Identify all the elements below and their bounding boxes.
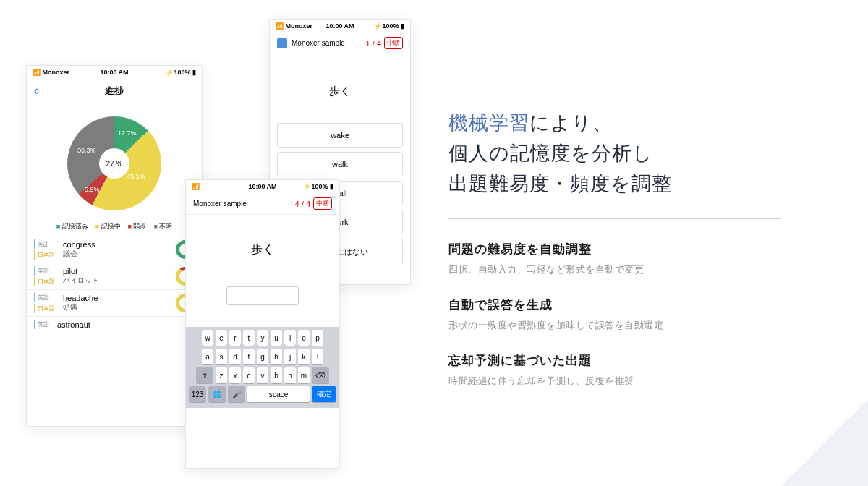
nav-bar: ‹ 進捗	[27, 79, 202, 103]
feature-item: 忘却予測に基づいた出題 時間経過に伴う忘却を予測し、反復を推奨	[448, 352, 854, 388]
feature-title: 忘却予測に基づいた出題	[448, 352, 854, 369]
pie-slice-label: 36.3%	[77, 147, 96, 154]
key-b[interactable]: b	[271, 367, 282, 383]
word-english: pilot	[63, 267, 176, 276]
tag-english: 英語	[34, 320, 51, 329]
keyboard: wertyuiop asdfghjkl ⇧zxcvbnm⌫ 123 🌐 🎤 sp…	[186, 327, 339, 408]
word-english: astronaut	[57, 320, 195, 329]
key-w[interactable]: w	[202, 330, 213, 346]
status-bar: 📶 Monoxer 10:00 AM ⚡100% ▮	[27, 66, 202, 79]
word-row[interactable]: 英語 日本語 pilot パイロット	[27, 263, 202, 289]
feature-description: 時間経過に伴う忘却を予測し、反復を推奨	[448, 375, 854, 388]
pie-slice-label: 12.7%	[118, 129, 137, 137]
word-row[interactable]: 英語 日本語 headache 頭痛	[27, 289, 202, 316]
key-k[interactable]: k	[298, 349, 310, 364]
progress-counter: 1 / 4	[366, 39, 381, 48]
status-bar: 📶 Monoxer 10:00 AM ⚡100% ▮	[270, 20, 410, 33]
key-f[interactable]: f	[243, 349, 255, 364]
tag-japanese: 日本語	[34, 304, 57, 313]
word-english: congress	[63, 240, 176, 249]
key-s[interactable]: s	[216, 349, 227, 364]
clock: 10:00 AM	[27, 69, 202, 76]
key-e[interactable]: e	[216, 330, 227, 346]
legend-memorizing: 記憶中	[95, 222, 121, 231]
key-r[interactable]: r	[229, 330, 241, 346]
app-icon	[277, 38, 287, 48]
key-space[interactable]: space	[247, 386, 310, 402]
key-x[interactable]: x	[229, 367, 241, 383]
key-d[interactable]: d	[229, 349, 241, 364]
tag-english: 英語	[34, 266, 57, 276]
clock: 10:00 AM	[270, 22, 410, 30]
progress-pie-chart: 27 % 12.7% 45.1% 5.9% 36.3%	[67, 116, 161, 210]
key-t[interactable]: t	[243, 330, 255, 346]
key-c[interactable]: c	[243, 367, 255, 383]
question-prompt: 歩く	[186, 215, 339, 286]
key-globe[interactable]: 🌐	[208, 386, 226, 402]
pie-legend: 記憶済み 記憶中 弱点 不明	[27, 216, 202, 236]
feature-title: 問題の難易度を自動調整	[448, 241, 854, 257]
divider	[448, 218, 781, 219]
corner-decoration	[781, 399, 868, 486]
key-y[interactable]: y	[257, 330, 268, 346]
key-123[interactable]: 123	[189, 386, 206, 402]
nav-bar: Monoxer sample 1 / 4 中断	[270, 33, 410, 54]
key-confirm[interactable]: 確定	[312, 386, 336, 402]
key-h[interactable]: h	[271, 349, 282, 364]
key-a[interactable]: a	[202, 349, 213, 364]
feature-title: 自動で誤答を生成	[448, 297, 854, 313]
clock: 10:00 AM	[186, 183, 339, 190]
word-row[interactable]: 英語 astronaut	[27, 316, 202, 332]
key-mic[interactable]: 🎤	[228, 386, 245, 402]
pie-center-label: 27 %	[99, 148, 129, 179]
key-n[interactable]: n	[284, 367, 296, 383]
key-o[interactable]: o	[298, 330, 310, 346]
legend-weak: 弱点	[128, 222, 147, 231]
word-row[interactable]: 英語 日本語 congress 議会	[27, 236, 202, 263]
question-prompt: 歩く	[270, 54, 410, 119]
phone-text-input: 📶 10:00 AM ⚡100% ▮ Monoxer sample 4 / 4 …	[185, 179, 340, 469]
progress-counter: 4 / 4	[295, 200, 310, 208]
nav-title: Monoxer sample	[193, 200, 247, 208]
answer-choice[interactable]: wake	[277, 123, 403, 148]
legend-unknown: 不明	[153, 222, 172, 231]
word-japanese: パイロット	[63, 276, 176, 286]
answer-choice[interactable]: walk	[277, 152, 403, 176]
key-z[interactable]: z	[216, 367, 227, 383]
key-l[interactable]: l	[312, 349, 323, 364]
feature-item: 自動で誤答を生成 形状の一致度や習熟度を加味して誤答を自動選定	[448, 297, 854, 332]
tag-japanese: 日本語	[34, 250, 57, 260]
feature-description: 四択、自動入力、写経など形式を自動で変更	[448, 263, 854, 276]
pie-slice-label: 45.1%	[127, 173, 145, 180]
feature-item: 問題の難易度を自動調整 四択、自動入力、写経など形式を自動で変更	[448, 241, 854, 276]
nav-bar: Monoxer sample 4 / 4 中断	[186, 193, 339, 215]
tag-japanese: 日本語	[34, 277, 57, 286]
feature-description: 形状の一致度や習熟度を加味して誤答を自動選定	[448, 319, 854, 332]
nav-title: Monoxer sample	[292, 39, 345, 47]
key-g[interactable]: g	[257, 349, 268, 364]
page-title: 進捗	[27, 85, 202, 98]
key-m[interactable]: m	[298, 367, 310, 383]
key-j[interactable]: j	[284, 349, 296, 364]
status-bar: 📶 10:00 AM ⚡100% ▮	[186, 180, 339, 193]
word-english: headache	[63, 294, 176, 302]
tag-english: 英語	[34, 239, 57, 249]
key-i[interactable]: i	[284, 330, 296, 346]
tag-english: 英語	[34, 293, 57, 302]
key-u[interactable]: u	[271, 330, 282, 346]
answer-input[interactable]	[226, 286, 299, 305]
headline: 機械学習により、 個人の記憶度を分析し 出題難易度・頻度を調整	[448, 108, 854, 200]
word-japanese: 議会	[63, 249, 176, 259]
phone-progress: 📶 Monoxer 10:00 AM ⚡100% ▮ ‹ 進捗 27 % 12.…	[26, 65, 203, 427]
key-shift[interactable]: ⇧	[196, 367, 213, 383]
key-backspace[interactable]: ⌫	[312, 367, 329, 383]
stop-button[interactable]: 中断	[384, 37, 403, 49]
key-p[interactable]: p	[312, 330, 323, 346]
pie-slice-label: 5.9%	[85, 186, 100, 193]
key-v[interactable]: v	[257, 367, 268, 383]
stop-button[interactable]: 中断	[313, 197, 332, 210]
legend-memorized: 記憶済み	[56, 222, 88, 231]
word-japanese: 頭痛	[63, 302, 176, 312]
